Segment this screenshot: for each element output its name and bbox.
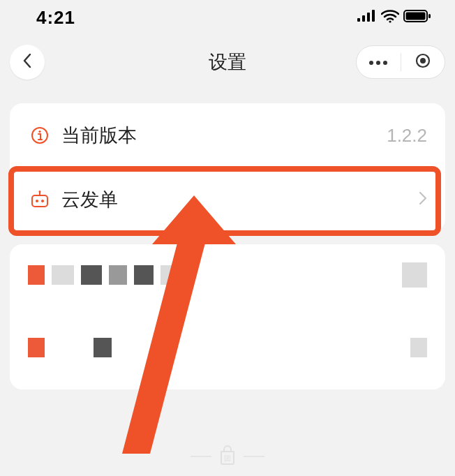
svg-rect-1 bbox=[362, 15, 365, 22]
capsule-close-button[interactable] bbox=[401, 46, 445, 78]
settings-card: 当前版本 1.2.2 云发单 bbox=[10, 103, 445, 232]
svg-point-10 bbox=[383, 61, 387, 65]
info-icon bbox=[28, 126, 52, 144]
svg-text:团: 团 bbox=[224, 454, 231, 462]
redacted-row-1 bbox=[28, 254, 427, 296]
version-value: 1.2.2 bbox=[387, 125, 427, 147]
row-current-version: 当前版本 1.2.2 bbox=[10, 103, 445, 168]
chevron-left-icon bbox=[22, 52, 32, 73]
bag-icon: 团 bbox=[218, 445, 237, 468]
status-icons bbox=[357, 9, 431, 26]
svg-point-12 bbox=[420, 58, 426, 64]
redacted-row-2 bbox=[28, 327, 427, 369]
svg-rect-3 bbox=[372, 10, 375, 22]
svg-rect-15 bbox=[32, 195, 47, 207]
signal-icon bbox=[357, 9, 377, 26]
svg-point-9 bbox=[376, 61, 380, 65]
wifi-icon bbox=[381, 9, 399, 26]
svg-rect-7 bbox=[428, 14, 431, 18]
capsule-menu-button[interactable] bbox=[357, 46, 401, 78]
robot-icon bbox=[28, 191, 52, 209]
redacted-card bbox=[10, 244, 445, 389]
battery-icon bbox=[403, 9, 431, 26]
back-button[interactable] bbox=[10, 45, 45, 80]
status-bar: 4:21 bbox=[0, 0, 455, 35]
status-time: 4:21 bbox=[36, 7, 75, 29]
svg-point-4 bbox=[389, 20, 391, 22]
nav-bar: 设置 bbox=[0, 35, 455, 89]
svg-rect-6 bbox=[406, 13, 426, 20]
svg-point-18 bbox=[36, 200, 38, 202]
footer-watermark: 团 bbox=[0, 445, 455, 468]
svg-rect-0 bbox=[357, 18, 360, 22]
svg-rect-2 bbox=[367, 13, 370, 22]
version-label: 当前版本 bbox=[61, 123, 137, 148]
svg-point-19 bbox=[41, 200, 44, 202]
more-icon bbox=[368, 56, 389, 68]
chevron-right-icon bbox=[419, 191, 427, 208]
row-cloud-dispatch[interactable]: 云发单 bbox=[10, 168, 445, 232]
svg-point-17 bbox=[39, 191, 41, 193]
svg-point-8 bbox=[369, 61, 373, 65]
target-icon bbox=[415, 53, 431, 71]
cloud-dispatch-label: 云发单 bbox=[61, 187, 118, 212]
mini-program-capsule bbox=[356, 45, 445, 79]
svg-point-14 bbox=[38, 131, 40, 133]
